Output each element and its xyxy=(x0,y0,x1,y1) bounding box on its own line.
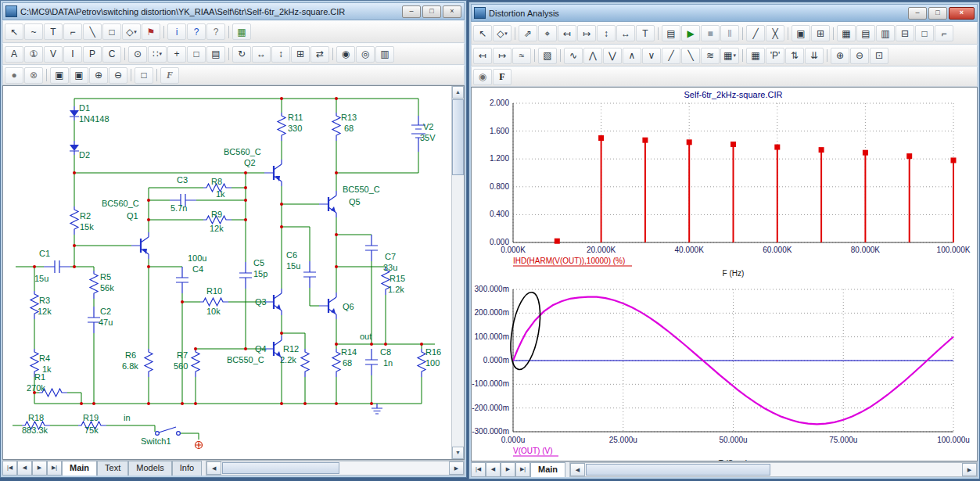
select-tool-icon[interactable]: ↖ xyxy=(473,25,492,41)
schematic-label[interactable]: R18 xyxy=(28,413,44,422)
next-page-button[interactable]: ▶ xyxy=(501,462,515,477)
schematic-label[interactable]: R7 xyxy=(177,350,188,360)
step-box-icon[interactable]: ⊞ xyxy=(291,46,310,63)
horizontal-scroll-thumb[interactable] xyxy=(222,462,339,474)
schematic-label[interactable]: 33u xyxy=(383,263,397,272)
shape-dropdown-icon[interactable]: ◇▾ xyxy=(493,25,512,41)
schematic-label[interactable]: C3 xyxy=(177,175,188,185)
schematic-label[interactable]: Switch1 xyxy=(141,436,171,446)
low-icon[interactable]: ∨ xyxy=(642,48,661,64)
select-tool-icon[interactable]: ↖ xyxy=(5,23,23,40)
horizontal-scrollbar[interactable]: ◀▶ xyxy=(206,461,465,476)
maximize-button[interactable]: □ xyxy=(928,7,947,20)
harmonic-marker[interactable] xyxy=(774,145,780,150)
schematic-label[interactable]: 1n xyxy=(383,358,393,368)
harmonic-marker[interactable] xyxy=(951,157,957,163)
schematic-label[interactable]: C1 xyxy=(39,249,50,258)
text-mode-icon[interactable]: T xyxy=(44,23,63,40)
schematic-label[interactable]: D1 xyxy=(79,103,90,113)
schematic-label[interactable]: BC550_C xyxy=(343,185,380,194)
schematic-label[interactable]: R3 xyxy=(39,296,50,305)
vertical-scrollbar[interactable]: ▲ ▼ xyxy=(451,86,464,459)
back-circle-icon[interactable]: ● xyxy=(5,67,23,84)
horizontal-scroll-track[interactable] xyxy=(771,463,962,476)
tag-slope-icon[interactable]: ↔ xyxy=(616,25,635,41)
schematic-label[interactable]: 2.2k xyxy=(280,355,296,364)
valley-icon[interactable]: ⋁ xyxy=(603,48,622,64)
schematic-label[interactable]: C5 xyxy=(253,258,264,267)
schematic-label[interactable]: C6 xyxy=(286,250,297,260)
schematic-label[interactable]: 68 xyxy=(343,358,352,368)
schematic-label[interactable]: 1k xyxy=(216,189,225,199)
info-mode-icon[interactable]: i xyxy=(167,23,186,40)
flag-tool-icon[interactable]: ⚑ xyxy=(142,23,160,40)
graphics-tool-icon[interactable]: □ xyxy=(102,23,121,40)
harmonic-marker[interactable] xyxy=(555,239,560,244)
horizontal-axis-icon[interactable]: □ xyxy=(915,25,934,41)
schematic-label[interactable]: R10 xyxy=(206,286,222,296)
schematic-label[interactable]: R12 xyxy=(283,344,299,354)
flip-y-icon[interactable]: ↕ xyxy=(271,46,290,63)
sort-down-icon[interactable]: ⇊ xyxy=(805,48,824,64)
vout-expression-label[interactable]: V(OUT) (V) xyxy=(513,447,553,455)
schematic-label[interactable]: R5 xyxy=(100,272,111,282)
annotation-ellipse[interactable] xyxy=(505,290,545,372)
scroll-right-button[interactable]: ▶ xyxy=(449,461,464,475)
schematic-label[interactable]: D2 xyxy=(79,150,90,160)
copy-page-icon[interactable]: ▣ xyxy=(50,67,69,84)
grid-panel-icon[interactable]: ⊞ xyxy=(811,25,830,41)
component-help-icon[interactable]: ? xyxy=(206,23,225,40)
schematic-label[interactable]: 56k xyxy=(100,283,114,293)
zoom-in-icon[interactable]: ⊕ xyxy=(89,67,108,84)
fall-icon[interactable]: ╲ xyxy=(681,48,700,64)
ruler-icon[interactable]: ▥ xyxy=(876,25,895,41)
schematic-label[interactable]: C7 xyxy=(385,252,396,261)
text-tool-icon[interactable]: T xyxy=(636,25,655,41)
analysis-dropdown-icon[interactable]: ▦▾ xyxy=(720,48,739,64)
scroll-left-button[interactable]: ◀ xyxy=(206,461,221,475)
schematic-label[interactable]: 1.2k xyxy=(388,285,404,294)
schematic-label[interactable]: 883.3k xyxy=(22,425,48,435)
harmonic-marker[interactable] xyxy=(598,135,604,141)
high-icon[interactable]: ∧ xyxy=(623,48,641,64)
help-mode-icon[interactable]: ? xyxy=(187,23,206,40)
first-page-button[interactable]: |◀ xyxy=(2,461,17,476)
schematic-label[interactable]: 68 xyxy=(344,124,354,133)
cursor-link-icon[interactable]: ≈ xyxy=(512,48,531,64)
harmonic-marker[interactable] xyxy=(863,150,868,156)
run-button[interactable]: ▶ xyxy=(681,25,700,41)
mirror-icon[interactable]: ⇄ xyxy=(311,46,329,63)
tab-main[interactable]: Main xyxy=(530,462,565,477)
cursor-right-icon[interactable]: ↦ xyxy=(493,48,512,64)
vertical-scroll-track[interactable] xyxy=(452,176,464,447)
grid-dropdown-icon[interactable]: ∷▾ xyxy=(148,46,167,63)
scale-mode-icon[interactable]: ⇗ xyxy=(519,25,537,41)
schematic-label[interactable]: 35V xyxy=(420,133,436,142)
prev-page-button[interactable]: ◀ xyxy=(486,462,501,477)
schematic-label[interactable]: C2 xyxy=(100,307,111,316)
schematic-label[interactable]: R15 xyxy=(389,274,405,283)
waveform-stack-icon[interactable]: ≋ xyxy=(701,48,720,64)
animate-icon[interactable]: ▦ xyxy=(232,23,251,40)
cross-line-icon[interactable]: ╳ xyxy=(766,25,784,41)
box-tool-icon[interactable]: □ xyxy=(135,67,153,84)
cursor-left-icon[interactable]: ↤ xyxy=(473,48,492,64)
schematic-label[interactable]: R11 xyxy=(288,113,303,122)
schematic-label[interactable]: R13 xyxy=(341,113,357,122)
schematic-label[interactable]: 560 xyxy=(174,361,188,371)
schematic-label[interactable]: 47u xyxy=(99,318,113,327)
cursor-mode-icon[interactable]: ⌖ xyxy=(538,25,557,41)
schematic-label[interactable]: R14 xyxy=(341,347,357,357)
schematic-label[interactable]: Q1 xyxy=(127,211,138,221)
schematic-label[interactable]: C4 xyxy=(192,264,203,274)
paste-page-icon[interactable]: ▣ xyxy=(70,67,88,84)
harmonics-expression-label[interactable]: IHD(HARM(V(OUT)),10000) (%) xyxy=(513,257,625,265)
schematic-label[interactable]: R19 xyxy=(83,413,99,422)
diagonal-wire-icon[interactable]: ╲ xyxy=(83,23,102,40)
single-panel-icon[interactable]: ▣ xyxy=(792,25,810,41)
schematic-label[interactable]: Q5 xyxy=(349,197,361,206)
powers-icon[interactable]: P xyxy=(83,46,102,63)
maximize-button[interactable]: □ xyxy=(422,5,441,18)
close-button[interactable]: × xyxy=(949,7,975,20)
scroll-left-button[interactable]: ◀ xyxy=(570,463,585,476)
